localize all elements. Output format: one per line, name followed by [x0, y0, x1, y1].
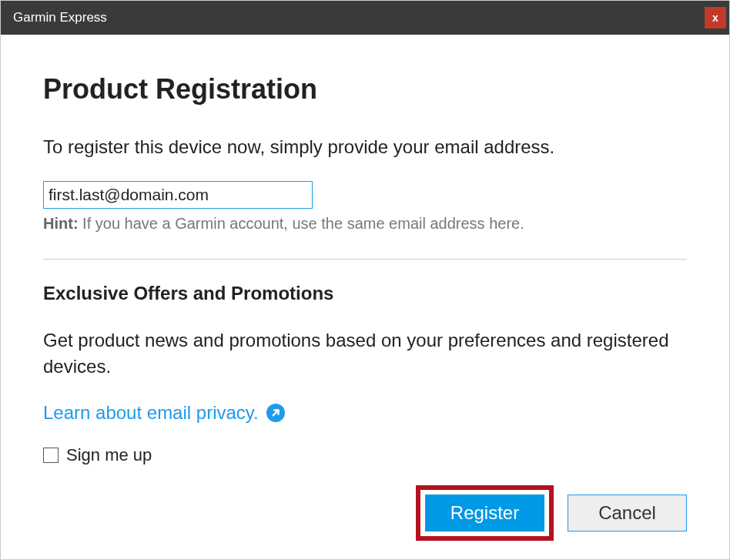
content-area: Product Registration To register this de…	[1, 35, 729, 559]
page-title: Product Registration	[43, 73, 687, 106]
close-button[interactable]: x	[705, 7, 726, 29]
signup-label: Sign me up	[66, 445, 152, 465]
close-icon: x	[712, 12, 718, 24]
signup-checkbox[interactable]	[43, 448, 59, 463]
app-window: Garmin Express x Product Registration To…	[0, 0, 730, 560]
register-button[interactable]: Register	[425, 495, 544, 531]
titlebar: Garmin Express x	[1, 1, 729, 35]
privacy-link-text: Learn about email privacy.	[43, 402, 259, 424]
email-input[interactable]	[43, 181, 313, 209]
instruction-text: To register this device now, simply prov…	[43, 136, 687, 158]
hint-text: If you have a Garmin account, use the sa…	[79, 215, 524, 232]
hint-row: Hint: If you have a Garmin account, use …	[43, 215, 687, 233]
cancel-button[interactable]: Cancel	[568, 495, 687, 531]
button-row: Register Cancel	[416, 485, 687, 541]
register-highlight: Register	[416, 485, 554, 541]
hint-label: Hint:	[43, 215, 79, 232]
app-title: Garmin Express	[13, 10, 107, 25]
promo-title: Exclusive Offers and Promotions	[43, 283, 687, 304]
external-link-icon	[266, 404, 285, 422]
privacy-link[interactable]: Learn about email privacy.	[43, 402, 285, 424]
signup-checkbox-row: Sign me up	[43, 445, 687, 465]
promo-desc: Get product news and promotions based on…	[43, 327, 687, 379]
divider	[43, 259, 687, 260]
